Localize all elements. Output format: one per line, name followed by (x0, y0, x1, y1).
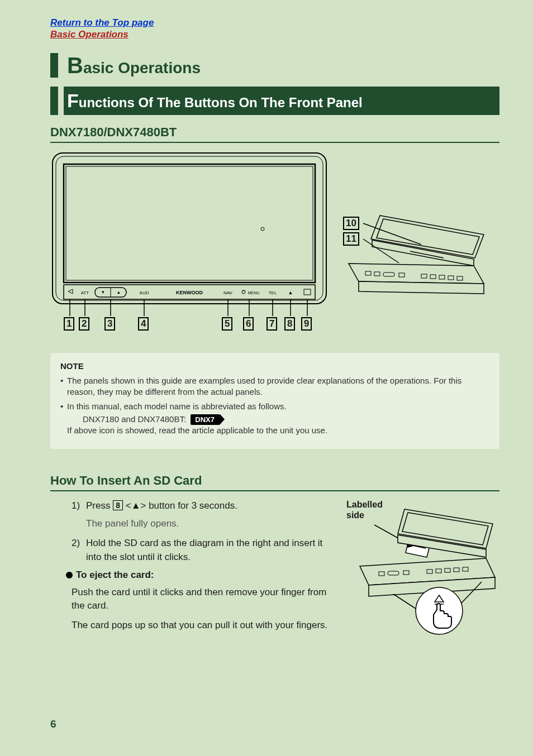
callout-9: 9 (301, 317, 312, 331)
callout-3: 3 (104, 317, 115, 331)
svg-rect-37 (448, 276, 454, 280)
btn-label-att: ATT (81, 290, 89, 295)
labelled-side-text: Labelled side (346, 499, 397, 520)
note-item-2: In this manual, each model name is abbre… (60, 401, 489, 436)
brand-label: KENWOOD (176, 290, 203, 295)
callout-ref-8: 8 (113, 500, 123, 511)
svg-rect-56 (445, 568, 450, 572)
dnx7-badge: DNX7 (191, 414, 220, 425)
sd-heading: How To Insert An SD Card (50, 473, 499, 491)
svg-rect-53 (403, 571, 409, 575)
eject-p1: Push the card until it clicks and then r… (72, 586, 332, 613)
heading-functions: Functions Of The Buttons On The Front Pa… (50, 87, 499, 115)
sd-instructions: 1) Press 8 <▲> button for 3 seconds. The… (50, 499, 332, 641)
svg-rect-2 (64, 164, 315, 283)
svg-marker-6 (68, 289, 73, 294)
callout-6: 6 (243, 317, 254, 331)
svg-rect-57 (454, 568, 459, 572)
svg-rect-31 (374, 272, 380, 276)
callout-5: 5 (222, 317, 232, 331)
svg-rect-51 (379, 572, 384, 576)
breadcrumb: Return to the Top page Basic Operations (50, 17, 499, 41)
note-title: NOTE (60, 361, 489, 372)
svg-rect-36 (439, 275, 445, 279)
svg-rect-34 (421, 274, 427, 278)
svg-rect-35 (430, 275, 436, 279)
link-top-page[interactable]: Return to the Top page (50, 17, 154, 28)
eject-p2: The card pops up so that you can pull it… (72, 619, 332, 633)
note-box: NOTE The panels shown in this guide are … (50, 353, 499, 449)
sd-diagram: Labelled side (343, 499, 499, 641)
svg-rect-0 (53, 153, 326, 304)
svg-rect-3 (66, 166, 313, 280)
svg-rect-14 (304, 289, 311, 295)
sd-step-1-sub: The panel fully opens. (72, 517, 332, 531)
svg-text:▾: ▾ (102, 289, 104, 295)
svg-rect-32 (383, 272, 394, 276)
svg-point-4 (261, 227, 264, 231)
btn-label-nav: NAV (223, 290, 233, 295)
front-panel-diagram: ATT ▾ ▴ AUD KENWOOD NAV MENU TEL ▲ (50, 151, 329, 337)
svg-rect-30 (365, 271, 371, 275)
callout-2: 2 (79, 317, 89, 331)
page-number: 6 (50, 718, 56, 730)
sd-step-2: 2)Hold the SD card as the diagram in the… (72, 537, 332, 564)
svg-rect-33 (399, 273, 404, 277)
model-heading: DNX7180/DNX7480BT (50, 125, 499, 143)
svg-rect-1 (56, 156, 323, 300)
svg-rect-52 (388, 571, 399, 575)
callout-11: 11 (343, 232, 359, 246)
svg-rect-58 (463, 567, 468, 571)
callout-7: 7 (266, 317, 277, 331)
svg-rect-54 (427, 570, 432, 573)
heading-basic-operations: Basic Operations (50, 53, 499, 78)
btn-label-tel: TEL (269, 290, 277, 295)
callout-8: 8 (284, 317, 295, 331)
svg-marker-29 (359, 281, 484, 294)
svg-text:▴: ▴ (117, 289, 120, 295)
eject-heading: To eject the card: (66, 568, 332, 582)
callout-1: 1 (64, 317, 74, 331)
open-panel-diagram: 10 11 (343, 210, 488, 313)
note-item-1: The panels shown in this guide are examp… (60, 375, 489, 398)
sd-step-1: 1) Press 8 <▲> button for 3 seconds. (72, 499, 332, 513)
svg-rect-38 (457, 276, 463, 280)
btn-label-aud: AUD (140, 290, 149, 295)
svg-line-62 (393, 594, 416, 609)
svg-rect-55 (436, 569, 441, 573)
svg-text:▲: ▲ (288, 290, 293, 295)
link-basic-operations[interactable]: Basic Operations (50, 29, 129, 40)
btn-label-menu: MENU (248, 291, 260, 295)
callout-10: 10 (343, 217, 359, 230)
callout-4: 4 (138, 317, 149, 331)
